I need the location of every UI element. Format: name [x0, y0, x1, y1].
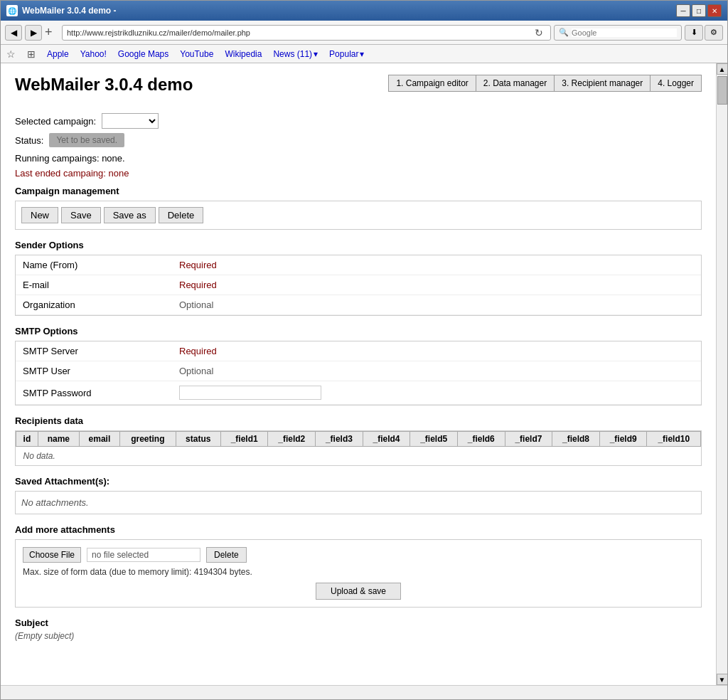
choose-file-button[interactable]: Choose File [23, 547, 81, 563]
upload-save-button[interactable]: Upload & save [316, 583, 401, 600]
search-icon: 🔍 [559, 28, 569, 37]
address-bar[interactable]: http://www.rejstrikdluzniku.cz/mailer/de… [62, 25, 551, 41]
bookmarks-star-icon[interactable]: ☆ [6, 48, 16, 60]
status-badge: Yet to be saved. [49, 133, 124, 147]
settings-button[interactable]: ⚙ [705, 25, 723, 41]
tab-recipient-manager[interactable]: 3. Recipient manager [554, 75, 650, 92]
table-row: SMTP User Optional [16, 361, 701, 381]
scroll-thumb[interactable] [717, 76, 727, 105]
col-name: name [38, 432, 79, 447]
maximize-button[interactable]: □ [692, 4, 706, 17]
save-as-button[interactable]: Save as [104, 207, 156, 223]
save-button[interactable]: Save [61, 207, 101, 223]
table-row: SMTP Server Required [16, 341, 701, 361]
scroll-up-button[interactable]: ▲ [717, 63, 728, 75]
col-field1: _field1 [220, 432, 268, 447]
tab-logger[interactable]: 4. Logger [650, 75, 702, 92]
new-tab-button[interactable]: + [45, 25, 59, 41]
organization-label: Organization [16, 295, 172, 315]
col-field3: _field3 [316, 432, 363, 447]
scroll-track [717, 75, 727, 674]
smtp-password-label: SMTP Password [16, 381, 172, 405]
col-field10: _field10 [647, 432, 701, 447]
campaign-management-box: New Save Save as Delete [15, 201, 702, 230]
col-field4: _field4 [363, 432, 410, 447]
sender-options-box: Name (From) Required E-mail Required Org… [15, 255, 702, 316]
title-bar: 🌐 WebMailer 3.0.4 demo - ─ □ ✕ [1, 1, 727, 21]
add-attachments-box: Choose File no file selected Delete Max.… [15, 539, 702, 608]
back-button[interactable]: ◀ [5, 25, 22, 41]
table-row: Name (From) Required [16, 255, 701, 275]
delete-button[interactable]: Delete [159, 207, 204, 223]
bookmark-youtube[interactable]: YouTube [180, 49, 213, 59]
file-size-note: Max. size of form data (due to memory li… [23, 567, 694, 577]
page-content: WebMailer 3.0.4 demo 1. Campaign editor … [1, 63, 716, 685]
bookmarks-grid-icon[interactable]: ⊞ [27, 48, 36, 60]
tab-campaign-editor[interactable]: 1. Campaign editor [388, 75, 475, 92]
smtp-user-value: Optional [172, 361, 701, 381]
tabs-row: 1. Campaign editor 2. Data manager 3. Re… [388, 75, 702, 92]
sender-options-title: Sender Options [15, 240, 702, 250]
saved-attachments-box: No attachments. [15, 491, 702, 514]
status-row: Status: Yet to be saved. [15, 133, 702, 147]
window-title: WebMailer 3.0.4 demo - [22, 6, 672, 16]
smtp-user-label: SMTP User [16, 361, 172, 381]
bookmark-news-dropdown[interactable]: News (11) ▾ [273, 49, 318, 59]
new-button[interactable]: New [21, 207, 58, 223]
subject-section: Subject (Empty subject) [15, 617, 702, 641]
sender-options-table: Name (From) Required E-mail Required Org… [16, 255, 701, 315]
col-greeting: greeting [119, 432, 176, 447]
smtp-server-label: SMTP Server [16, 341, 172, 361]
running-campaigns: Running campaings: none. [15, 153, 702, 164]
subject-value: (Empty subject) [15, 631, 702, 641]
subject-title: Subject [15, 617, 702, 628]
recipients-title: Recipients data [15, 415, 702, 426]
bookmark-google-maps[interactable]: Google Maps [118, 49, 168, 59]
bookmark-apple[interactable]: Apple [47, 49, 69, 59]
organization-value: Optional [172, 295, 701, 315]
scroll-down-button[interactable]: ▼ [717, 674, 728, 685]
col-id: id [16, 432, 38, 447]
smtp-options-table: SMTP Server Required SMTP User Optional … [16, 341, 701, 405]
add-attachments-title: Add more attachments [15, 524, 702, 535]
col-email: email [79, 432, 119, 447]
scrollbar[interactable]: ▲ ▼ [716, 63, 727, 685]
bookmark-wikipedia[interactable]: Wikipedia [225, 49, 262, 59]
table-header-row: id name email greeting status _field1 _f… [16, 432, 701, 447]
email-value: Required [172, 275, 701, 295]
tab-data-manager[interactable]: 2. Data manager [476, 75, 554, 92]
close-button[interactable]: ✕ [707, 4, 722, 17]
smtp-password-input[interactable] [179, 386, 321, 400]
attachment-delete-button[interactable]: Delete [206, 547, 247, 563]
saved-attachments-title: Saved Attachment(s): [15, 476, 702, 487]
search-bar[interactable]: 🔍 [554, 25, 682, 41]
status-label: Status: [15, 135, 43, 146]
forward-button[interactable]: ▶ [25, 25, 42, 41]
col-field2: _field2 [268, 432, 316, 447]
bookmark-popular-dropdown[interactable]: Popular ▾ [329, 49, 364, 59]
col-field8: _field8 [552, 432, 600, 447]
name-from-value: Required [172, 255, 701, 275]
nav-action-buttons: ⬇ ⚙ [685, 25, 723, 41]
email-label: E-mail [16, 275, 172, 295]
selected-campaign-label: Selected campaign: [15, 116, 96, 127]
window-controls[interactable]: ─ □ ✕ [676, 4, 722, 17]
selected-campaign-row: Selected campaign: [15, 113, 702, 129]
refresh-button[interactable]: ↻ [532, 26, 546, 40]
download-button[interactable]: ⬇ [685, 25, 703, 41]
col-field6: _field6 [457, 432, 505, 447]
bookmark-yahoo[interactable]: Yahoo! [80, 49, 107, 59]
table-row: Organization Optional [16, 295, 701, 315]
no-data-text: No data. [16, 447, 701, 466]
bookmark-popular-label: Popular [329, 49, 358, 59]
campaign-select[interactable] [102, 113, 159, 129]
minimize-button[interactable]: ─ [676, 4, 690, 17]
bookmarks-bar: ☆ ⊞ Apple Yahoo! Google Maps YouTube Wik… [1, 45, 727, 63]
nav-bar: ◀ ▶ + http://www.rejstrikdluzniku.cz/mai… [1, 21, 727, 45]
smtp-server-value: Required [172, 341, 701, 361]
search-input[interactable] [572, 28, 677, 37]
col-field9: _field9 [599, 432, 647, 447]
campaign-buttons: New Save Save as Delete [21, 207, 695, 223]
col-field7: _field7 [505, 432, 552, 447]
smtp-password-field[interactable] [172, 381, 701, 405]
